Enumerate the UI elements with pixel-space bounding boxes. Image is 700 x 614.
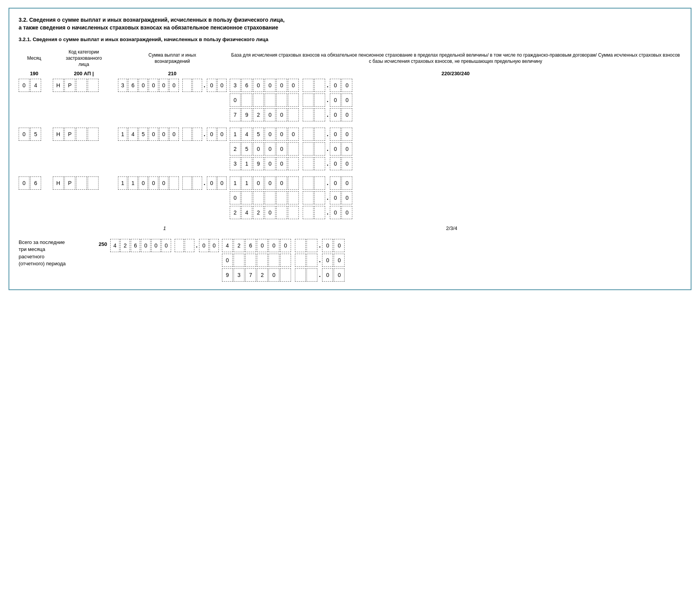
cell[interactable] — [303, 79, 314, 92]
cell[interactable] — [314, 191, 325, 204]
cell[interactable]: 6 — [128, 79, 137, 92]
cell[interactable]: 0 — [276, 157, 287, 170]
cell[interactable]: 0 — [253, 79, 264, 92]
cell-decimal[interactable]: 0 — [341, 157, 352, 170]
cell[interactable] — [192, 176, 202, 190]
cell[interactable] — [295, 268, 306, 282]
cell[interactable]: 2 — [234, 239, 244, 252]
cell[interactable] — [303, 108, 314, 121]
cell[interactable] — [192, 79, 202, 92]
cell[interactable]: 0 — [149, 176, 158, 190]
cell[interactable] — [307, 239, 317, 252]
cell[interactable]: 2 — [253, 108, 264, 121]
cell[interactable]: 0 — [276, 79, 287, 92]
cell[interactable]: 0 — [280, 239, 291, 252]
cell[interactable]: 6 — [245, 239, 256, 252]
cell[interactable]: 5 — [139, 128, 148, 141]
month-cell[interactable]: 0 — [19, 176, 29, 190]
cell[interactable] — [182, 128, 192, 141]
cell[interactable]: 4 — [241, 128, 252, 141]
cell-decimal[interactable]: 0 — [341, 128, 352, 141]
cell[interactable] — [182, 79, 192, 92]
cell[interactable]: 0 — [269, 268, 279, 282]
cell[interactable]: 6 — [131, 239, 140, 252]
cell[interactable]: 0 — [222, 254, 233, 267]
cell[interactable] — [169, 176, 178, 190]
cell[interactable]: 1 — [230, 128, 241, 141]
cell[interactable]: 5 — [241, 142, 252, 156]
cell[interactable] — [295, 239, 306, 252]
cell[interactable] — [288, 176, 299, 190]
code-cell[interactable]: H — [53, 128, 64, 141]
cell-decimal[interactable]: 0 — [341, 191, 352, 204]
cell[interactable]: 1 — [118, 176, 127, 190]
cell[interactable] — [253, 191, 264, 204]
cell[interactable]: 3 — [234, 268, 244, 282]
cell[interactable]: 0 — [265, 157, 275, 170]
cell[interactable] — [234, 254, 244, 267]
cell-decimal[interactable]: 0 — [341, 206, 352, 219]
cell[interactable]: 1 — [241, 157, 252, 170]
cell[interactable] — [288, 108, 299, 121]
code-cell[interactable]: H — [53, 176, 64, 190]
cell[interactable]: 0 — [276, 176, 287, 190]
code-cell[interactable]: P — [64, 128, 75, 141]
cell[interactable] — [314, 142, 325, 156]
cell[interactable]: 0 — [159, 128, 168, 141]
cell[interactable]: 0 — [230, 93, 241, 107]
cell[interactable]: 4 — [128, 128, 137, 141]
cell[interactable] — [303, 176, 314, 190]
cell-decimal[interactable]: 0 — [334, 254, 345, 267]
cell[interactable] — [276, 191, 287, 204]
month-cell[interactable]: 0 — [19, 128, 29, 141]
code-cell[interactable]: P — [64, 176, 75, 190]
cell[interactable] — [288, 206, 299, 219]
cell[interactable]: 1 — [118, 128, 127, 141]
cell[interactable] — [192, 128, 202, 141]
cell[interactable]: 0 — [265, 176, 275, 190]
cell-decimal[interactable]: 0 — [334, 239, 345, 252]
cell[interactable]: 0 — [276, 108, 287, 121]
cell-decimal[interactable]: 0 — [207, 128, 216, 141]
cell[interactable]: 3 — [230, 79, 241, 92]
cell[interactable]: 0 — [265, 142, 275, 156]
cell[interactable] — [314, 157, 325, 170]
cell[interactable]: 3 — [230, 157, 241, 170]
cell-decimal[interactable]: 0 — [322, 254, 333, 267]
cell[interactable] — [182, 176, 192, 190]
code-cell[interactable] — [88, 79, 99, 92]
cell[interactable] — [303, 157, 314, 170]
cell-decimal[interactable]: 0 — [341, 108, 352, 121]
cell[interactable]: 0 — [149, 79, 158, 92]
cell-decimal[interactable]: 0 — [217, 79, 227, 92]
cell[interactable] — [257, 254, 268, 267]
cell[interactable]: 4 — [241, 206, 252, 219]
cell-decimal[interactable]: 0 — [330, 79, 341, 92]
cell[interactable] — [280, 268, 291, 282]
cell[interactable]: 4 — [222, 239, 233, 252]
cell-decimal[interactable]: 0 — [334, 268, 345, 282]
cell[interactable]: 0 — [149, 128, 158, 141]
cell[interactable] — [303, 142, 314, 156]
cell[interactable]: 1 — [241, 176, 252, 190]
cell[interactable]: 2 — [120, 239, 130, 252]
code-cell[interactable] — [88, 128, 99, 141]
cell[interactable] — [307, 254, 317, 267]
code-cell[interactable] — [76, 128, 87, 141]
cell[interactable]: 0 — [257, 239, 268, 252]
cell-decimal[interactable]: 0 — [330, 157, 341, 170]
cell[interactable]: 0 — [288, 128, 299, 141]
cell[interactable] — [314, 108, 325, 121]
cell-decimal[interactable]: 0 — [330, 206, 341, 219]
cell[interactable] — [288, 191, 299, 204]
cell[interactable]: 9 — [222, 268, 233, 282]
month-cell[interactable]: 4 — [30, 79, 41, 92]
cell[interactable] — [303, 128, 314, 141]
cell-decimal[interactable]: 0 — [330, 108, 341, 121]
cell-decimal[interactable]: 0 — [217, 128, 227, 141]
cell[interactable] — [314, 176, 325, 190]
cell[interactable] — [241, 93, 252, 107]
cell[interactable]: 2 — [253, 206, 264, 219]
cell[interactable]: 0 — [265, 79, 275, 92]
cell[interactable] — [276, 93, 287, 107]
